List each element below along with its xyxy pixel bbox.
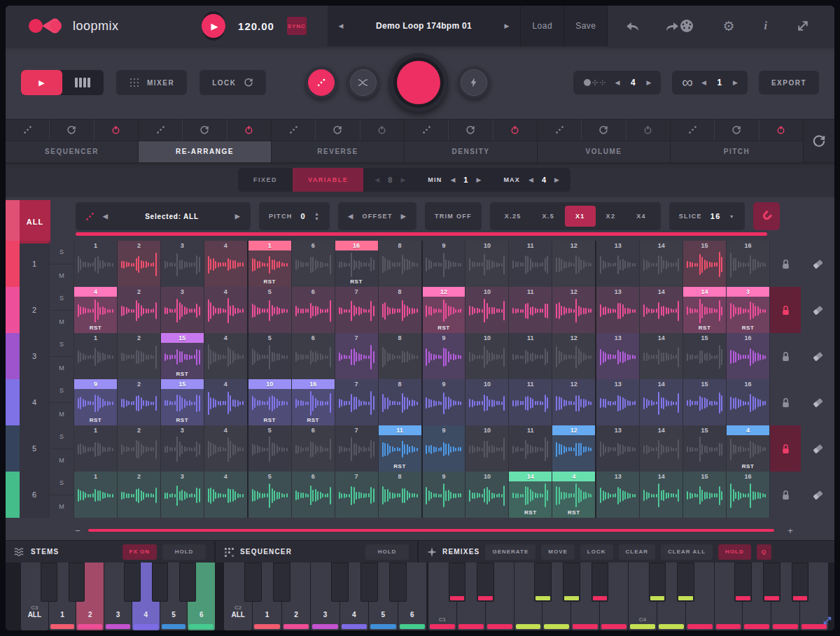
slice-cell[interactable]: 1: [74, 333, 118, 379]
slice-cell[interactable]: 16: [727, 241, 770, 287]
slice-header[interactable]: 12: [552, 287, 595, 297]
track-number[interactable]: 6: [20, 472, 49, 518]
slice-cell[interactable]: 12: [552, 287, 596, 333]
slice-header[interactable]: 7: [335, 287, 378, 297]
pitch-spinner[interactable]: ▲▼: [314, 212, 320, 221]
slice-header[interactable]: 2: [118, 379, 160, 389]
slice-cell[interactable]: 9: [423, 333, 466, 379]
slice-waveform[interactable]: [683, 250, 726, 278]
slice-header[interactable]: 15: [161, 333, 204, 343]
slice-header[interactable]: 9: [423, 472, 465, 481]
slice-header[interactable]: 12: [552, 379, 595, 389]
slice-waveform[interactable]: [118, 481, 160, 509]
solo-button[interactable]: S: [50, 333, 74, 357]
slice-waveform[interactable]: [248, 389, 291, 417]
track-lock-button[interactable]: [770, 287, 801, 333]
track-erase-button[interactable]: [801, 333, 834, 379]
black-key[interactable]: [534, 563, 552, 602]
remixes-move-button[interactable]: MOVE: [541, 544, 575, 560]
slice-waveform[interactable]: [161, 435, 204, 463]
power-icon[interactable]: [643, 125, 652, 134]
slice-cell[interactable]: 14: [640, 379, 683, 425]
slice-cell[interactable]: 7: [335, 287, 379, 333]
slice-cell[interactable]: 12: [552, 379, 596, 425]
slice-cell[interactable]: 11: [509, 333, 552, 379]
tab-label[interactable]: RE-ARRANGE: [139, 141, 271, 162]
slice-waveform[interactable]: [161, 297, 204, 325]
preset-name[interactable]: Demo Loop 174bpm 01: [376, 21, 472, 31]
track-erase-button[interactable]: [801, 425, 834, 472]
slice-waveform[interactable]: [423, 389, 465, 417]
slice-cell[interactable]: 11: [509, 287, 552, 333]
slice-waveform[interactable]: [292, 435, 335, 463]
power-icon[interactable]: [776, 125, 785, 134]
slice-cell[interactable]: 9: [423, 379, 466, 425]
play-mode-keys-icon[interactable]: [62, 70, 104, 95]
slice-header[interactable]: 11: [509, 287, 552, 297]
slice-cell[interactable]: 2: [118, 379, 161, 425]
slice-cell[interactable]: 1: [74, 425, 118, 472]
slice-waveform[interactable]: [118, 343, 160, 371]
slice-header[interactable]: 5: [248, 425, 291, 435]
slice-header[interactable]: 9: [423, 333, 465, 343]
zoom-out-icon[interactable]: −: [67, 525, 88, 536]
refresh-icon[interactable]: [598, 125, 608, 135]
min-prev-icon[interactable]: ◀: [450, 176, 455, 183]
eraser-icon[interactable]: [812, 397, 824, 408]
slice-waveform[interactable]: [683, 343, 726, 371]
slice-waveform[interactable]: [248, 250, 291, 278]
slice-cell[interactable]: 14: [640, 241, 683, 287]
tab-refresh-icon[interactable]: [714, 120, 758, 141]
slice-waveform[interactable]: [640, 343, 682, 371]
slice-cell[interactable]: 15: [683, 333, 727, 379]
fixed-mode-button[interactable]: FIXED: [238, 168, 293, 192]
tab-refresh-icon[interactable]: [315, 120, 359, 141]
slice-cell[interactable]: 2: [118, 333, 161, 379]
slice-waveform[interactable]: [640, 389, 682, 417]
slice-cell[interactable]: 15: [683, 241, 727, 287]
slice-cell[interactable]: 4: [204, 333, 248, 379]
tab-label[interactable]: REVERSE: [272, 141, 404, 162]
slice-cell[interactable]: 8: [379, 333, 423, 379]
slice-waveform[interactable]: [204, 481, 247, 509]
slice-waveform[interactable]: [379, 297, 421, 325]
slice-header[interactable]: 1: [74, 241, 117, 250]
min-next-icon[interactable]: ▶: [476, 176, 481, 183]
slice-header[interactable]: 12: [552, 425, 595, 435]
slice-cell[interactable]: 14: [640, 287, 683, 333]
slice-header[interactable]: 3: [161, 472, 204, 481]
slice-header[interactable]: 12: [552, 241, 595, 250]
slice-header[interactable]: 14: [640, 472, 682, 481]
info-icon[interactable]: i: [764, 20, 767, 32]
slice-waveform[interactable]: [161, 481, 204, 509]
slice-cell[interactable]: 11: [509, 425, 552, 472]
slice-waveform[interactable]: [335, 435, 378, 463]
slice-cell[interactable]: 12: [552, 241, 596, 287]
tab-power-icon[interactable]: [94, 120, 138, 141]
tab-power-icon[interactable]: [227, 120, 271, 141]
slice-waveform[interactable]: [727, 297, 769, 325]
mute-button[interactable]: M: [50, 449, 74, 472]
refresh-icon[interactable]: [332, 125, 342, 135]
slice-header[interactable]: 5: [248, 333, 291, 343]
slice-header[interactable]: 9: [423, 379, 465, 389]
slice-header[interactable]: 5: [248, 472, 291, 481]
slice-cell[interactable]: 2: [118, 472, 161, 518]
slice-header[interactable]: 14: [683, 287, 726, 297]
black-key[interactable]: [477, 563, 494, 602]
slice-header[interactable]: 10: [465, 379, 508, 389]
slice-waveform[interactable]: [640, 481, 682, 509]
slice-header[interactable]: 4: [204, 425, 247, 435]
instant-remix-knob[interactable]: [458, 66, 490, 99]
slice-waveform[interactable]: [74, 481, 117, 509]
slice-header[interactable]: 16: [727, 379, 769, 389]
slice-cell[interactable]: 2: [118, 287, 161, 333]
tab-power-icon[interactable]: [360, 120, 404, 141]
power-icon[interactable]: [244, 125, 253, 134]
slice-cell[interactable]: 6: [292, 425, 335, 472]
slice-cell[interactable]: 11: [509, 241, 552, 287]
tab-power-icon[interactable]: [759, 120, 803, 141]
selected-value[interactable]: Selected: ALL: [117, 213, 227, 220]
slice-cell[interactable]: 14RST: [683, 287, 727, 333]
slice-cell[interactable]: 15RST: [161, 333, 204, 379]
